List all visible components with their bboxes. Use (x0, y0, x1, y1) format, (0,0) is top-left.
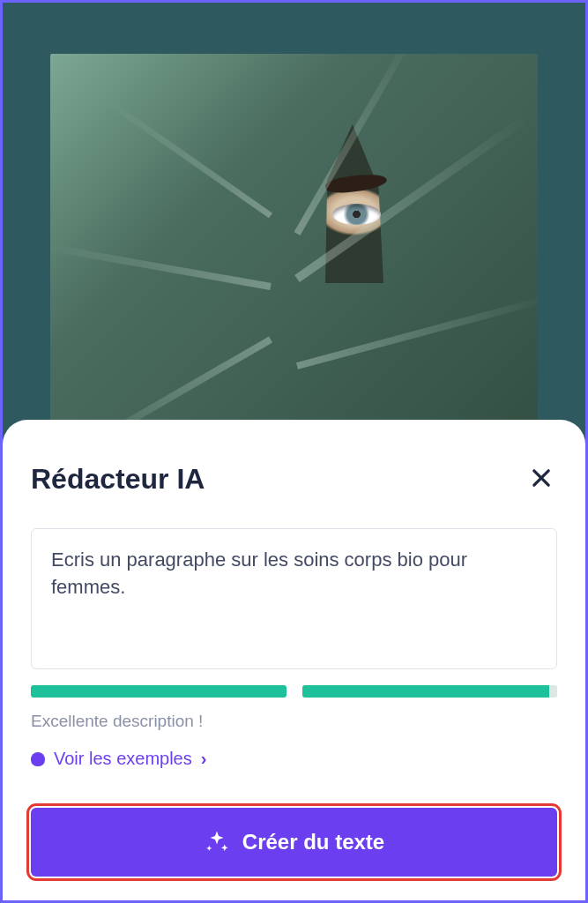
prompt-input[interactable] (31, 528, 557, 669)
create-button-label: Créer du texte (242, 830, 384, 854)
quality-segment-2 (302, 685, 558, 698)
close-icon (529, 466, 554, 490)
sparkle-icon (204, 829, 230, 855)
quality-feedback: Excellente description ! (31, 712, 557, 731)
quality-meter (31, 685, 557, 698)
quality-segment-1 (31, 685, 287, 698)
see-examples-link[interactable]: Voir les exemples › (31, 749, 206, 769)
lightbulb-icon (31, 752, 45, 766)
sheet-title: Rédacteur IA (31, 463, 205, 496)
sheet-header: Rédacteur IA (31, 462, 557, 496)
close-button[interactable] (525, 462, 557, 496)
ai-writer-sheet: Rédacteur IA Excellente description ! Vo… (3, 420, 585, 900)
examples-label: Voir les exemples (54, 749, 192, 769)
create-text-button[interactable]: Créer du texte (31, 808, 557, 877)
chevron-right-icon: › (201, 749, 207, 769)
